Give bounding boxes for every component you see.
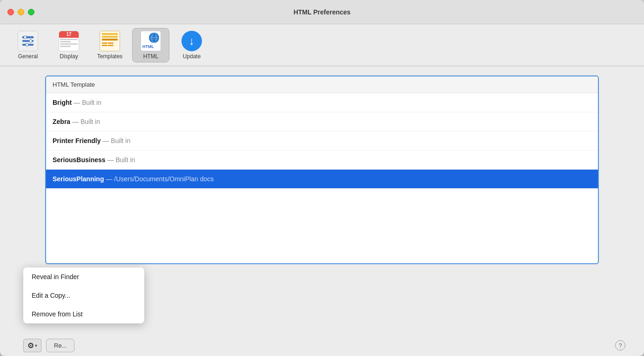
list-item-bright[interactable]: Bright — Built in [46,93,598,112]
gear-dropdown-menu: Reveal in Finder Edit a Copy... Remove f… [23,267,144,323]
toolbar-label-general: General [18,53,38,60]
item-subtitle-serious-planning: — /Users/Documents/OmniPlan docs [106,175,214,183]
traffic-lights [7,9,34,15]
list-item-serious-planning[interactable]: SeriousPlanning — /Users/Documents/OmniP… [46,170,598,189]
item-name-printer-friendly: Printer Friendly [53,137,101,144]
display-icon: 17 [59,31,79,51]
item-name-serious-business: SeriousBusiness [53,156,106,164]
toolbar-label-update: Update [183,53,201,60]
minimize-button[interactable] [18,9,24,15]
help-button[interactable]: ? [615,340,625,350]
dropdown-item-reveal-finder[interactable]: Reveal in Finder [23,267,144,286]
toolbar-item-update[interactable]: ↓ Update [173,28,210,62]
window-title: HTML Preferences [294,8,351,16]
toolbar-label-templates: Templates [97,53,123,60]
update-icon: ↓ [181,31,202,51]
revert-button[interactable]: Re... [46,339,74,352]
html-icon: HTML [141,31,161,51]
toolbar-label-html: HTML [143,53,159,60]
main-window: HTML Preferences [0,0,644,356]
general-icon [18,31,38,51]
gear-icon: ⚙ [27,341,34,350]
list-header: HTML Template [46,76,598,93]
item-subtitle-bright: — Built in [74,99,101,106]
list-item-printer-friendly[interactable]: Printer Friendly — Built in [46,131,598,151]
maximize-button[interactable] [28,9,34,15]
gear-menu-button[interactable]: ⚙ ▾ [23,339,41,352]
dropdown-item-edit-copy[interactable]: Edit a Copy... [23,286,144,305]
close-button[interactable] [7,9,14,15]
toolbar: General 17 Display [0,24,644,66]
svg-point-6 [26,43,28,46]
toolbar-label-display: Display [60,53,78,60]
list-empty-area [46,189,598,263]
item-name-zebra: Zebra [53,118,70,125]
toolbar-item-templates[interactable]: Templates [91,28,128,62]
item-subtitle-printer-friendly: — Built in [102,137,130,144]
item-subtitle-serious-business: — Built in [107,156,135,164]
display-day: 17 [66,32,71,37]
chevron-down-icon: ▾ [35,343,37,348]
list-item-serious-business[interactable]: SeriousBusiness — Built in [46,151,598,170]
title-bar: HTML Preferences [0,0,644,24]
dropdown-item-remove-list[interactable]: Remove from List [23,305,144,323]
svg-point-5 [29,40,32,42]
bottom-bar: ⚙ ▾ Reveal in Finder Edit a Copy... Remo… [0,335,644,356]
toolbar-item-display[interactable]: 17 Display [50,28,87,62]
template-list-box: HTML Template Bright — Built in Zebra — … [45,75,599,264]
list-item-zebra[interactable]: Zebra — Built in [46,112,598,131]
item-name-bright: Bright [53,99,72,106]
item-name-serious-planning: SeriousPlanning [53,175,104,183]
toolbar-item-general[interactable]: General [9,28,47,62]
toolbar-item-html[interactable]: HTML HTML [132,28,169,62]
templates-icon [100,31,120,51]
item-subtitle-zebra: — Built in [72,118,100,125]
svg-point-4 [24,36,27,39]
